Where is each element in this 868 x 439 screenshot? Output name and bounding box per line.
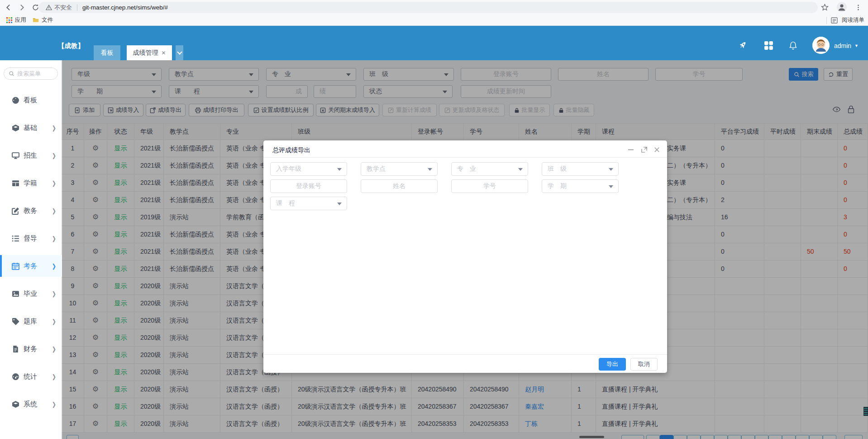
bookmark-apps[interactable]: 应用 (6, 16, 26, 24)
chevron-right-icon: ❯ (52, 400, 56, 408)
sidebar-item-8[interactable]: 毕业❯ (0, 283, 62, 304)
modal-class-select[interactable]: 班 级 (542, 162, 619, 176)
list-icon (12, 235, 19, 242)
grid-icon (12, 179, 19, 187)
chevron-right-icon: ❯ (52, 345, 56, 352)
sidebar-item-6[interactable]: 督导❯ (0, 227, 62, 249)
apps-grid-icon[interactable] (763, 40, 774, 51)
tab-label: 成绩管理 (133, 49, 158, 57)
select-value: 班 级 (548, 165, 567, 173)
sidebar-item-label: 基础 (24, 124, 37, 132)
doc-icon (12, 345, 19, 353)
input-placeholder: 姓名 (393, 182, 405, 190)
apps-grid-icon (6, 17, 12, 23)
bookmark-label: 文件 (42, 16, 53, 24)
chevron-right-icon: ❯ (52, 207, 56, 214)
sidebar-item-1[interactable]: 看板 (0, 89, 62, 111)
sidebar-item-9[interactable]: 题库❯ (0, 310, 62, 332)
security-warning[interactable]: 不安全 (46, 4, 72, 12)
cancel-button[interactable]: 取消 (630, 358, 658, 371)
rocket-icon[interactable] (737, 40, 748, 51)
address-bar[interactable]: 不安全 git-master.cjnep.net/sims/web/# (38, 2, 818, 13)
modal-studentno-input[interactable]: 学号 (451, 179, 528, 193)
bookmark-files[interactable]: 文件 (33, 16, 53, 24)
sidebar-item-label: 考务 (24, 262, 37, 270)
modal-major-select[interactable]: 专 业 (451, 162, 528, 176)
search-placeholder: 搜索菜单 (17, 70, 41, 78)
dropdown-arrow-icon (609, 185, 613, 188)
dropdown-arrow-icon (518, 168, 523, 171)
sidebar-item-label: 教务 (24, 207, 37, 215)
cube-icon (12, 400, 19, 408)
menu-dots-icon[interactable] (853, 2, 863, 13)
modal-grade-select[interactable]: 入学年级 (270, 162, 347, 176)
sidebar-item-label: 督导 (24, 234, 37, 243)
sidebar-item-label: 统计 (24, 372, 37, 381)
modal-title: 总评成绩导出 (272, 146, 310, 154)
tab-close-icon[interactable]: ✕ (161, 50, 166, 56)
close-icon[interactable] (653, 145, 661, 154)
sidebar-item-label: 招生 (24, 151, 37, 160)
sidebar-item-label: 毕业 (24, 289, 37, 298)
select-value: 教学点 (367, 165, 386, 173)
forward-icon[interactable] (16, 2, 27, 13)
minimize-icon[interactable] (627, 145, 635, 154)
profile-avatar[interactable] (836, 1, 847, 12)
sidebar: 搜索菜单 看板基础❯招生❯学籍❯教务❯督导❯考务❯毕业❯题库❯财务❯统计❯系统❯ (0, 60, 62, 439)
user-avatar[interactable] (812, 37, 830, 54)
tab-dropdown[interactable] (176, 45, 183, 60)
reading-list-label[interactable]: 阅读清单 (842, 16, 864, 24)
sidebar-item-5[interactable]: 教务❯ (0, 200, 62, 222)
modal-account-input[interactable]: 登录账号 (270, 179, 347, 193)
select-value: 入学年级 (276, 165, 301, 173)
dropdown-arrow-icon (609, 168, 613, 171)
select-value: 课 程 (276, 199, 295, 207)
bookmark-star-icon[interactable] (819, 2, 830, 13)
bookmarks-bar: 应用 文件 阅读清单 (0, 14, 868, 26)
reading-list-icon[interactable] (831, 17, 838, 24)
search-icon (9, 71, 14, 77)
select-value: 学 期 (548, 182, 567, 190)
sidebar-search-input[interactable]: 搜索菜单 (4, 68, 58, 80)
dashboard-icon (12, 96, 19, 104)
sidebar-item-7[interactable]: 考务❯ (0, 255, 62, 277)
sidebar-item-4[interactable]: 学籍❯ (0, 172, 62, 194)
tag-icon (12, 318, 19, 325)
sidebar-item-label: 题库 (24, 317, 37, 326)
user-name[interactable]: admin (834, 42, 851, 49)
back-icon[interactable] (3, 2, 14, 13)
tab-grade-management[interactable]: 成绩管理✕ (127, 45, 172, 60)
folder-icon (33, 17, 39, 23)
sidebar-item-label: 系统 (24, 400, 37, 409)
input-placeholder: 登录账号 (296, 182, 321, 190)
sidebar-item-3[interactable]: 招生❯ (0, 145, 62, 166)
bookmarks-divider (826, 17, 827, 24)
maximize-icon[interactable] (640, 145, 648, 154)
sidebar-item-10[interactable]: 财务❯ (0, 338, 62, 360)
app-root: 【成教】 看板 成绩管理✕ admin ▼ 搜索菜单 看板基础❯招生❯学籍❯教务… (0, 26, 868, 439)
modal-site-select[interactable]: 教学点 (361, 162, 438, 176)
chevron-right-icon: ❯ (52, 235, 56, 242)
calendar-icon (12, 262, 19, 270)
modal-term-select[interactable]: 学 期 (542, 179, 619, 193)
modal-footer: 导出 取消 (263, 354, 667, 373)
export-modal: 总评成绩导出 入学年级教学点专 业班 级登录账号姓名学号学 期课 程 导出 取消 (263, 140, 667, 373)
tab-dashboard[interactable]: 看板 (94, 45, 120, 60)
gauge-icon (12, 373, 19, 381)
modal-name-input[interactable]: 姓名 (361, 179, 438, 193)
bell-icon[interactable] (787, 40, 798, 51)
security-label: 不安全 (54, 4, 72, 12)
sidebar-item-11[interactable]: 统计❯ (0, 366, 62, 387)
page: 不安全 git-master.cjnep.net/sims/web/# 应用 文… (0, 0, 868, 439)
cube-icon (12, 124, 19, 132)
chevron-right-icon: ❯ (52, 152, 56, 159)
omnibox-divider (77, 5, 77, 11)
sidebar-item-2[interactable]: 基础❯ (0, 117, 62, 139)
url-text[interactable]: git-master.cjnep.net/sims/web/# (82, 4, 168, 11)
sidebar-item-12[interactable]: 系统❯ (0, 393, 62, 415)
chevron-down-icon (177, 49, 182, 54)
modal-header: 总评成绩导出 (263, 140, 667, 158)
modal-course-select[interactable]: 课 程 (270, 197, 347, 210)
chevron-right-icon: ❯ (52, 318, 56, 325)
export-button[interactable]: 导出 (599, 358, 626, 371)
